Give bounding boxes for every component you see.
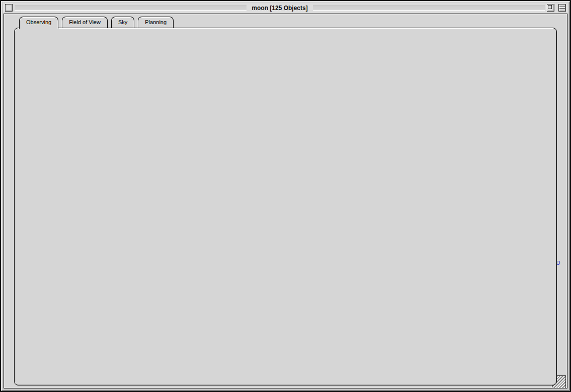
collapse-box-icon[interactable]: [558, 4, 566, 12]
titlebar-stripes: [313, 5, 545, 11]
tab-observing[interactable]: Observing: [19, 17, 58, 29]
astroplanner-window: moon [125 Objects] Observing Field of Vi…: [0, 0, 571, 392]
titlebar-stripes: [15, 5, 247, 11]
close-box-icon[interactable]: [5, 4, 13, 12]
zoom-box-icon[interactable]: [547, 4, 554, 12]
window-title: moon [125 Objects]: [247, 5, 312, 12]
tab-planning[interactable]: Planning: [138, 17, 174, 28]
tab-bar: Observing Field of View Sky Planning: [19, 17, 174, 28]
tab-sky[interactable]: Sky: [111, 17, 134, 28]
title-bar[interactable]: moon [125 Objects]: [3, 3, 568, 13]
tab-field-of-view[interactable]: Field of View: [62, 17, 108, 28]
observing-panel: [14, 28, 557, 385]
